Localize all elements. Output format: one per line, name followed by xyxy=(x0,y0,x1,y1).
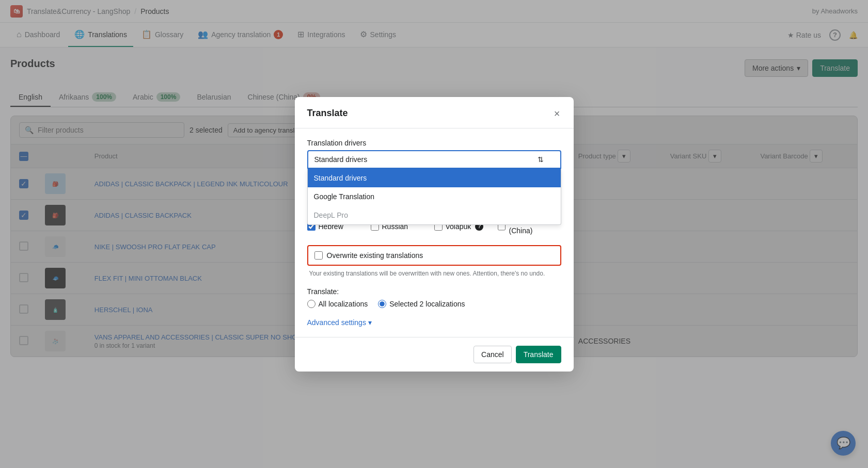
overwrite-checkbox[interactable] xyxy=(314,251,323,260)
advanced-chevron-icon: ▾ xyxy=(368,318,372,327)
radio-selected-localizations[interactable]: Selected 2 localizations xyxy=(378,300,465,308)
dropdown-list: Standard drivers Google Translation Deep… xyxy=(307,169,561,225)
modal-footer: Cancel Translate xyxy=(295,337,574,368)
cancel-button[interactable]: Cancel xyxy=(474,346,512,363)
dropdown-field[interactable]: Standard drivers ⇅ xyxy=(307,150,561,169)
radio-selected-label: Selected 2 localizations xyxy=(389,300,465,308)
modal-header: Translate × xyxy=(295,97,574,128)
translation-drivers-group: Translation drivers Standard drivers ⇅ S… xyxy=(307,139,561,169)
radio-all-input[interactable] xyxy=(307,300,315,308)
driver-option-standard[interactable]: Standard drivers xyxy=(308,169,561,187)
modal-title: Translate xyxy=(307,108,348,119)
radio-selected-input[interactable] xyxy=(378,300,386,308)
translate-options-label: Translate: xyxy=(307,287,561,296)
modal-translate-button[interactable]: Translate xyxy=(516,346,561,363)
driver-option-google[interactable]: Google Translation xyxy=(308,187,561,206)
overwrite-label: Overwrite existing translations xyxy=(327,251,423,260)
advanced-settings-toggle[interactable]: Advanced settings ▾ xyxy=(307,318,561,327)
modal-close-button[interactable]: × xyxy=(553,107,561,120)
advanced-settings-label: Advanced settings xyxy=(307,318,366,327)
radio-all-label: All localizations xyxy=(319,300,368,308)
selected-driver-label: Standard drivers xyxy=(314,155,368,164)
translate-options-group: Translate: All localizations Selected 2 … xyxy=(307,287,561,308)
translate-modal: Translate × Translation drivers Standard… xyxy=(295,97,574,368)
radio-all-localizations[interactable]: All localizations xyxy=(307,300,368,308)
translation-drivers-label: Translation drivers xyxy=(307,139,561,147)
modal-body: Translation drivers Standard drivers ⇅ S… xyxy=(295,128,574,337)
modal-overlay[interactable]: Translate × Translation drivers Standard… xyxy=(0,0,868,367)
driver-option-deepl: DeepL Pro xyxy=(308,206,561,224)
translation-drivers-dropdown: Standard drivers ⇅ Standard drivers Goog… xyxy=(307,150,561,169)
dropdown-arrow-icon: ⇅ xyxy=(538,155,544,164)
overwrite-box: Overwrite existing translations xyxy=(307,245,561,266)
overwrite-note: Your existing translations will be overw… xyxy=(307,270,561,277)
translate-radio-group: All localizations Selected 2 localizatio… xyxy=(307,300,561,308)
